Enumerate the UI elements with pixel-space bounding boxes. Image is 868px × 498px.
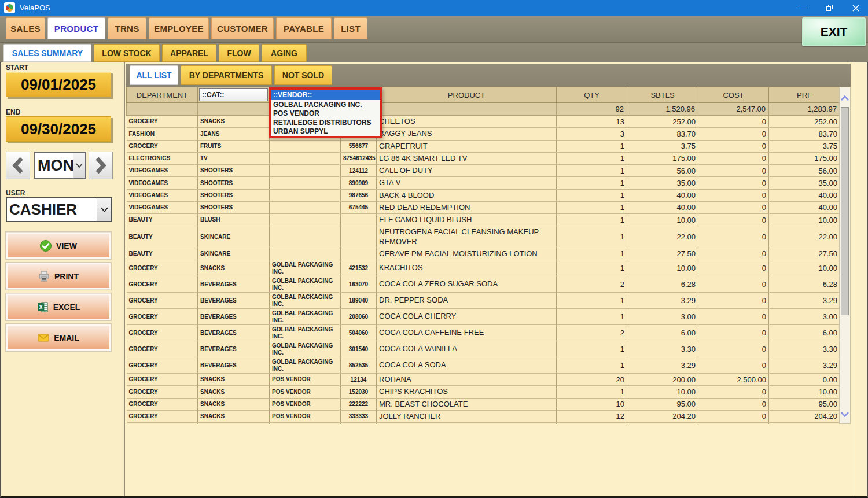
vendor-option[interactable]: RETAILEDGE DISTRIBUTORS: [271, 118, 380, 127]
cell-qty: 13: [557, 116, 627, 128]
tab-aging[interactable]: AGING: [262, 44, 307, 62]
tab-payable[interactable]: PAYABLE: [276, 17, 332, 39]
next-period-button[interactable]: [89, 152, 113, 179]
table-row[interactable]: VIDEOGAMESSHOOTERS124112CALL OF DUTY156.…: [127, 165, 840, 177]
tab-list[interactable]: LIST: [334, 17, 367, 39]
table-row[interactable]: GROCERYSNACKSGOLBAL PACKAGING INC.421532…: [127, 260, 840, 276]
list-tab-band: ALL LIST BY DEPARTMENTS NOT SOLD: [126, 64, 851, 87]
cell-cat: BEVERAGES: [198, 276, 270, 293]
col-header-prf[interactable]: PRF: [769, 87, 840, 103]
cell-cost: 0: [698, 214, 769, 226]
tab-sales-summary[interactable]: SALES SUMMARY: [3, 44, 91, 62]
col-header-cost[interactable]: COST: [698, 87, 769, 103]
cell-barcode: 556677: [341, 140, 377, 152]
window-controls: [789, 0, 868, 16]
close-button[interactable]: [843, 0, 868, 16]
chevron-up-icon: [841, 95, 849, 101]
view-button[interactable]: VIEW: [6, 232, 111, 259]
col-header-sbtls[interactable]: SBTLS: [627, 87, 698, 103]
close-icon: [852, 5, 859, 12]
cell-vendor: [270, 140, 341, 152]
cell-barcode: 504060: [341, 325, 377, 341]
table-row[interactable]: GROCERYBEVERAGESGOLBAL PACKAGING INC.208…: [127, 309, 840, 325]
cell-qty: 1: [557, 309, 627, 325]
table-row[interactable]: BEAUTYSKINCARECERAVE PM FACIAL MOISTURIZ…: [127, 248, 840, 260]
col-header-qty[interactable]: QTY: [557, 87, 627, 103]
table-row[interactable]: GROCERYBEVERAGESGOLBAL PACKAGING INC.301…: [127, 341, 840, 357]
tab-not-sold[interactable]: NOT SOLD: [274, 65, 332, 85]
cell-dept: VIDEOGAMES: [127, 177, 198, 189]
totals-row: 92 1,520.96 2,547.00 1,283.97: [127, 103, 840, 116]
cell-cost: 0: [698, 226, 769, 248]
print-button[interactable]: PRINT: [6, 263, 111, 290]
user-dropdown-arrow[interactable]: [97, 198, 111, 221]
tab-flow[interactable]: FLOW: [219, 44, 259, 62]
table-row[interactable]: GROCERYSNACKSPOS VENDOR152030CHIPS KRACH…: [127, 386, 840, 398]
col-header-department[interactable]: DEPARTMENT: [127, 87, 198, 103]
table-row[interactable]: FASHIONJEANSBAGGY JEANS383.70083.70: [127, 128, 840, 140]
start-date-button[interactable]: 09/01/2025: [6, 72, 111, 97]
tab-employee[interactable]: EMPLOYEE: [149, 17, 209, 39]
exit-button[interactable]: EXIT: [802, 17, 866, 46]
cell-sbtls: 204.20: [627, 410, 698, 422]
cell-cat: SNACKS: [198, 260, 270, 276]
cell-prf: 83.70: [769, 128, 840, 140]
cell-product: DR. PEPPER SODA: [377, 293, 557, 309]
tab-all-list[interactable]: ALL LIST: [130, 65, 178, 85]
vendor-option[interactable]: GOLBAL PACKAGING INC.: [271, 100, 380, 109]
cell-cat: BEVERAGES: [198, 325, 270, 341]
cell-vendor: GOLBAL PACKAGING INC.: [270, 309, 341, 325]
table-row[interactable]: VIDEOGAMESSHOOTERS675445RED DEAD REDEMPT…: [127, 201, 840, 213]
cell-cost: 0: [698, 341, 769, 357]
table-row[interactable]: VIDEOGAMESSHOOTERS987656BACK 4 BLOOD140.…: [127, 189, 840, 201]
scroll-up-button[interactable]: [840, 92, 850, 104]
col-header-product[interactable]: PRODUCT: [377, 87, 557, 103]
user-select[interactable]: CASHIER: [6, 197, 112, 222]
vendor-option[interactable]: URBAN SUPPYL: [271, 127, 380, 137]
restore-button[interactable]: [816, 0, 843, 16]
table-row[interactable]: GROCERYSNACKSPOS VENDOR222222MR. BEAST C…: [127, 398, 840, 410]
minimize-button[interactable]: [789, 0, 816, 16]
table-row[interactable]: GROCERYSNACKSPOS VENDOR333333JOLLY RANCH…: [127, 410, 840, 422]
cell-prf: 3.75: [769, 140, 840, 152]
table-row[interactable]: ELECTRONICSTV8754612435LG 86 4K SMART LE…: [127, 152, 840, 164]
cat-filter-select[interactable]: ::CAT::: [199, 88, 268, 101]
cell-cost: 0: [698, 128, 769, 140]
cell-barcode: 163070: [341, 276, 377, 293]
period-dropdown-arrow[interactable]: [73, 153, 85, 178]
vendor-option[interactable]: POS VENDOR: [271, 109, 380, 119]
table-row[interactable]: GROCERYBEVERAGESGOLBAL PACKAGING INC.163…: [127, 276, 840, 293]
email-button[interactable]: EMAIL: [6, 324, 111, 351]
table-row[interactable]: BEAUTYBLUSHELF CAMO LIQUID BLUSH110.0001…: [127, 214, 840, 226]
table-row[interactable]: GROCERYBEVERAGESGOLBAL PACKAGING INC.504…: [127, 325, 840, 341]
prev-period-button[interactable]: [6, 152, 30, 179]
table-row[interactable]: GROCERYSNACKSCHEETOS13252.000252.00: [127, 116, 840, 128]
table-row[interactable]: BEAUTYSKINCARENEUTROGENA FACIAL CLEANSIN…: [127, 226, 840, 248]
table-row[interactable]: GROCERYFRUITSPOS VENDORBANANAS11.0401.04: [127, 423, 840, 425]
tab-sales[interactable]: SALES: [6, 17, 45, 39]
cell-cat: SNACKS: [198, 410, 270, 422]
tab-customer[interactable]: CUSTOMER: [211, 17, 274, 39]
scrollbar-thumb[interactable]: [841, 107, 849, 315]
tab-by-departments[interactable]: BY DEPARTMENTS: [181, 65, 272, 85]
tab-trns[interactable]: TRNS: [108, 17, 146, 39]
cell-barcode: [341, 214, 377, 226]
table-row[interactable]: VIDEOGAMESSHOOTERS890909GTA V135.00035.0…: [127, 177, 840, 189]
tab-low-stock[interactable]: LOW STOCK: [94, 44, 160, 62]
end-date-button[interactable]: 09/30/2025: [6, 116, 111, 142]
table-scrollbar[interactable]: [839, 87, 851, 424]
tab-apparel[interactable]: APPAREL: [162, 44, 216, 62]
tab-product[interactable]: PRODUCT: [47, 17, 105, 39]
table-row[interactable]: GROCERYBEVERAGESGOLBAL PACKAGING INC.189…: [127, 293, 840, 309]
table-row[interactable]: GROCERYFRUITS556677GRAPEFRUIT13.7503.75: [127, 140, 840, 152]
titlebar: VelaPOS: [0, 0, 868, 16]
vendor-dropdown-selected[interactable]: ::VENDOR::: [271, 90, 380, 100]
cell-cat: BEVERAGES: [198, 293, 270, 309]
excel-button[interactable]: X EXCEL: [6, 293, 111, 320]
table-row[interactable]: GROCERYBEVERAGESGOLBAL PACKAGING INC.852…: [127, 357, 840, 374]
table-row[interactable]: GROCERYSNACKSPOS VENDOR12134ROHANA20200.…: [127, 374, 840, 386]
period-select[interactable]: MONTH: [34, 152, 86, 179]
scroll-down-button[interactable]: [840, 408, 850, 420]
cell-prf: 3.00: [769, 309, 840, 325]
cell-vendor: POS VENDOR: [270, 374, 341, 386]
